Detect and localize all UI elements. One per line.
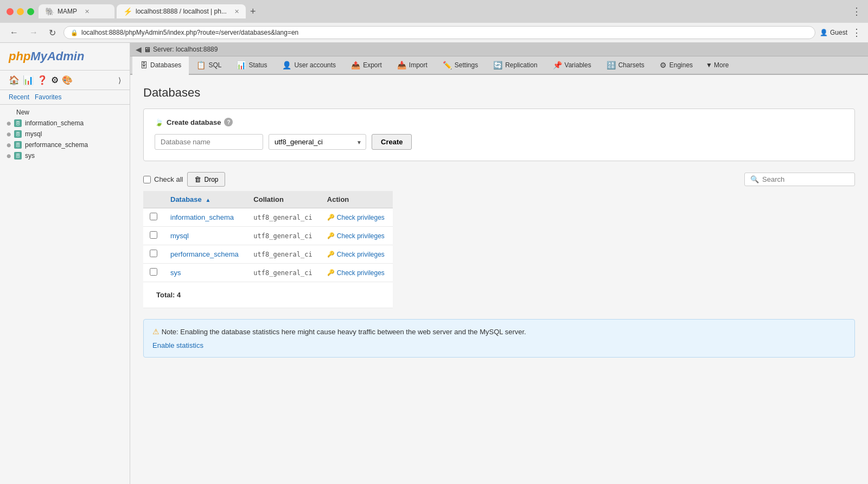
db-name-link-2[interactable]: performance_schema <box>170 250 239 258</box>
browser-settings-button[interactable]: ⋮ <box>852 27 861 39</box>
tab-more[interactable]: ▼ More <box>700 56 734 74</box>
user-accounts-tab-icon: 👤 <box>282 61 291 69</box>
tab-variables[interactable]: 📌 Variables <box>545 56 599 75</box>
db-name-link-1[interactable]: mysql <box>170 232 189 240</box>
databases-tab-icon: 🗄 <box>140 61 148 69</box>
collation-value-1: utf8_general_ci <box>253 232 312 240</box>
maximize-window-button[interactable] <box>27 8 34 15</box>
db-icon-2: 🗄 <box>14 130 22 138</box>
tab-status[interactable]: 📊 Status <box>229 56 275 75</box>
check-privileges-link-1[interactable]: 🔑 Check privileges <box>327 232 386 240</box>
sort-arrow-icon: ▲ <box>205 197 210 203</box>
browser-tab-mamp[interactable]: 🐘 MAMP ✕ <box>39 4 114 18</box>
sidebar-item-new[interactable]: New <box>0 107 130 118</box>
help-badge[interactable]: ? <box>224 118 233 126</box>
tab-sql-label: SQL <box>208 61 221 69</box>
back-button[interactable]: ← <box>7 27 22 39</box>
collation-select[interactable]: utf8_general_ci utf8mb4_general_ci latin… <box>269 134 366 150</box>
variables-tab-icon: 📌 <box>553 61 562 69</box>
check-privileges-link-2[interactable]: 🔑 Check privileges <box>327 251 386 258</box>
tab-charsets-label: Charsets <box>618 61 644 69</box>
drop-icon: 🗑 <box>194 175 201 183</box>
row-checkbox-0[interactable] <box>150 213 157 220</box>
note-box: ⚠ Note: Enabling the database statistics… <box>143 319 855 358</box>
table-header-collation[interactable]: Collation <box>247 191 321 208</box>
settings-icon[interactable]: ⚙ <box>51 75 59 85</box>
tab-status-label: Status <box>248 61 267 69</box>
db-name-link-3[interactable]: sys <box>170 269 181 277</box>
page-title: Databases <box>143 86 855 100</box>
reload-button[interactable]: ↻ <box>46 27 59 39</box>
tab1-close-icon[interactable]: ✕ <box>85 8 90 15</box>
table-controls: Check all 🗑 Drop 🔍 <box>143 172 855 187</box>
sidebar-db-1: information_schema <box>25 119 84 127</box>
sidebar-item-information_schema[interactable]: ⊕ 🗄 information_schema <box>0 118 130 129</box>
home-icon[interactable]: 🏠 <box>9 75 20 85</box>
mamp-tab-icon: 🐘 <box>45 7 54 16</box>
close-window-button[interactable] <box>7 8 14 15</box>
recent-label[interactable]: Recent <box>9 93 29 101</box>
sidebar-db-2: mysql <box>25 130 42 138</box>
theme-icon[interactable]: 🎨 <box>62 75 73 85</box>
new-tab-button[interactable]: + <box>248 6 258 17</box>
drop-button[interactable]: 🗑 Drop <box>187 172 225 187</box>
row-checkbox-3[interactable] <box>150 268 157 276</box>
tab-replication[interactable]: 🔄 Replication <box>486 56 545 75</box>
search-icon: 🔍 <box>750 175 759 183</box>
enable-statistics-link[interactable]: Enable statistics <box>152 341 203 349</box>
tab-sql[interactable]: 📋 SQL <box>189 56 229 75</box>
chart-icon[interactable]: 📊 <box>23 75 34 85</box>
favorites-label[interactable]: Favorites <box>35 93 61 101</box>
create-db-form: utf8_general_ci utf8mb4_general_ci latin… <box>155 134 844 150</box>
more-tab-arrow-icon: ▼ <box>706 61 712 69</box>
total-label: Total: 4 <box>150 286 386 303</box>
note-text: ⚠ Note: Enabling the database statistics… <box>152 327 846 336</box>
browser-tab-phpmyadmin[interactable]: ⚡ localhost:8888 / localhost | ph... ✕ <box>117 4 246 18</box>
forward-button[interactable]: → <box>26 27 41 39</box>
sidebar-item-sys[interactable]: ⊕ 🗄 sys <box>0 150 130 161</box>
create-db-header[interactable]: 🍃 Create database ? <box>155 118 844 126</box>
tab-charsets[interactable]: 🔠 Charsets <box>599 56 652 75</box>
row-checkbox-2[interactable] <box>150 250 157 257</box>
databases-table: Database ▲ Collation Action <box>143 191 393 308</box>
tab2-close-icon[interactable]: ✕ <box>234 8 239 15</box>
tab-databases[interactable]: 🗄 Databases <box>132 56 189 75</box>
tab2-label: localhost:8888 / localhost | ph... <box>136 8 227 15</box>
browser-profile[interactable]: 👤 Guest <box>820 29 847 36</box>
database-name-input[interactable] <box>155 134 263 150</box>
tab-settings-label: Settings <box>455 61 478 69</box>
sidebar-tree: New ⊕ 🗄 information_schema ⊕ 🗄 mysql ⊕ 🗄… <box>0 105 130 163</box>
drop-label: Drop <box>204 176 218 183</box>
address-bar[interactable]: 🔒 localhost:8888/phpMyAdmin5/index.php?r… <box>63 26 815 39</box>
check-all-label[interactable]: Check all <box>154 175 183 183</box>
minimize-window-button[interactable] <box>17 8 24 15</box>
create-database-button[interactable]: Create <box>372 134 412 150</box>
tab-user-accounts[interactable]: 👤 User accounts <box>275 56 343 75</box>
row-checkbox-cell-2 <box>143 245 164 264</box>
tab-import[interactable]: 📥 Import <box>390 56 435 75</box>
sidebar-logo: phpMyAdmin <box>0 43 130 71</box>
tab-user-accounts-label: User accounts <box>294 61 336 69</box>
table-header-database[interactable]: Database ▲ <box>164 191 247 208</box>
sidebar-collapse-button[interactable]: ⟩ <box>118 75 121 85</box>
check-privileges-link-0[interactable]: 🔑 Check privileges <box>327 214 386 221</box>
sidebar-item-performance_schema[interactable]: ⊕ 🗄 performance_schema <box>0 139 130 150</box>
tab-settings[interactable]: ✏️ Settings <box>435 56 486 75</box>
lock-icon: 🔒 <box>71 29 78 36</box>
phpmyadmin-tab-icon: ⚡ <box>123 7 132 16</box>
table-row: mysql utf8_general_ci 🔑 Check privileges <box>143 227 393 245</box>
db-name-link-0[interactable]: information_schema <box>170 213 234 221</box>
row-checkbox-1[interactable] <box>150 231 157 239</box>
db-icon-1: 🗄 <box>14 119 22 127</box>
tab-engines[interactable]: ⚙ Engines <box>652 56 700 75</box>
collation-value-0: utf8_general_ci <box>253 214 312 221</box>
check-all-checkbox[interactable] <box>143 176 151 183</box>
table-controls-left: Check all 🗑 Drop <box>143 172 225 187</box>
server-bar-back-icon[interactable]: ◀ <box>136 45 142 54</box>
tab-export[interactable]: 📤 Export <box>343 56 390 75</box>
check-privileges-link-3[interactable]: 🔑 Check privileges <box>327 269 386 277</box>
browser-menu-button[interactable]: ⋮ <box>852 5 861 17</box>
sidebar-item-mysql[interactable]: ⊕ 🗄 mysql <box>0 129 130 139</box>
search-input[interactable] <box>762 175 849 183</box>
help-icon[interactable]: ❓ <box>37 75 48 85</box>
